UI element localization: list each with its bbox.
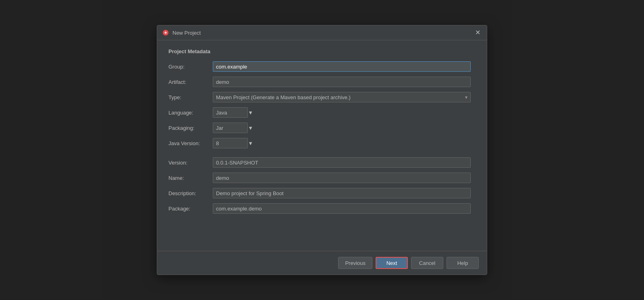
spacer-divider (168, 153, 476, 157)
package-field-row: Package: (168, 203, 476, 214)
packaging-chevron-icon: ▼ (248, 125, 253, 131)
description-label: Description: (168, 190, 213, 196)
help-button[interactable]: Help (447, 257, 479, 269)
type-select-container: Maven Project (Generate a Maven based pr… (213, 92, 471, 102)
java-version-select[interactable]: 8 11 17 21 (213, 138, 248, 148)
close-button[interactable]: ✕ (474, 29, 482, 37)
language-field-row: Language: Java Kotlin Groovy ▼ (168, 107, 476, 118)
java-version-select-wrapper: 8 11 17 21 ▼ (213, 138, 253, 148)
previous-button[interactable]: Previous (338, 257, 372, 269)
next-button[interactable]: Next (376, 257, 408, 269)
app-icon (162, 29, 169, 36)
type-field-row: Type: Maven Project (Generate a Maven ba… (168, 92, 476, 103)
java-version-label: Java Version: (168, 140, 213, 146)
dialog-title: New Project (172, 30, 201, 36)
group-field-row: Group: (168, 61, 476, 72)
language-select-wrapper: Java Kotlin Groovy ▼ (213, 107, 253, 118)
type-select-wrapper: Maven Project (Generate a Maven based pr… (213, 92, 471, 102)
new-project-dialog: New Project ✕ Project Metadata Group: Ar… (157, 25, 487, 275)
package-label: Package: (168, 206, 213, 212)
language-label: Language: (168, 110, 213, 116)
packaging-label: Packaging: (168, 125, 213, 131)
cancel-button[interactable]: Cancel (411, 257, 443, 269)
dialog-overlay: New Project ✕ Project Metadata Group: Ar… (0, 0, 644, 300)
section-title: Project Metadata (168, 48, 476, 54)
packaging-field-row: Packaging: Jar War ▼ (168, 122, 476, 133)
packaging-select-wrapper: Jar War ▼ (213, 123, 253, 133)
language-select[interactable]: Java Kotlin Groovy (213, 107, 248, 118)
description-input[interactable] (213, 188, 471, 198)
version-label: Version: (168, 160, 213, 166)
java-version-chevron-icon: ▼ (248, 140, 253, 146)
artifact-label: Artifact: (168, 79, 213, 85)
description-field-row: Description: (168, 188, 476, 199)
package-input[interactable] (213, 203, 471, 214)
packaging-select[interactable]: Jar War (213, 123, 248, 133)
name-label: Name: (168, 175, 213, 181)
version-field-row: Version: (168, 157, 476, 168)
body-spacer (168, 218, 476, 243)
title-left: New Project (162, 29, 201, 36)
name-field-row: Name: (168, 172, 476, 183)
language-chevron-icon: ▼ (248, 110, 253, 116)
dialog-footer: Previous Next Cancel Help (157, 251, 487, 275)
group-input[interactable] (213, 61, 471, 72)
dialog-titlebar: New Project ✕ (157, 25, 487, 40)
dialog-body: Project Metadata Group: Artifact: Type: … (157, 40, 487, 251)
group-label: Group: (168, 64, 213, 70)
java-version-field-row: Java Version: 8 11 17 21 ▼ (168, 138, 476, 149)
version-input[interactable] (213, 157, 471, 168)
name-input[interactable] (213, 173, 471, 183)
artifact-field-row: Artifact: (168, 76, 476, 88)
type-select[interactable]: Maven Project (Generate a Maven based pr… (213, 92, 471, 102)
type-label: Type: (168, 94, 213, 100)
artifact-input[interactable] (213, 77, 471, 87)
